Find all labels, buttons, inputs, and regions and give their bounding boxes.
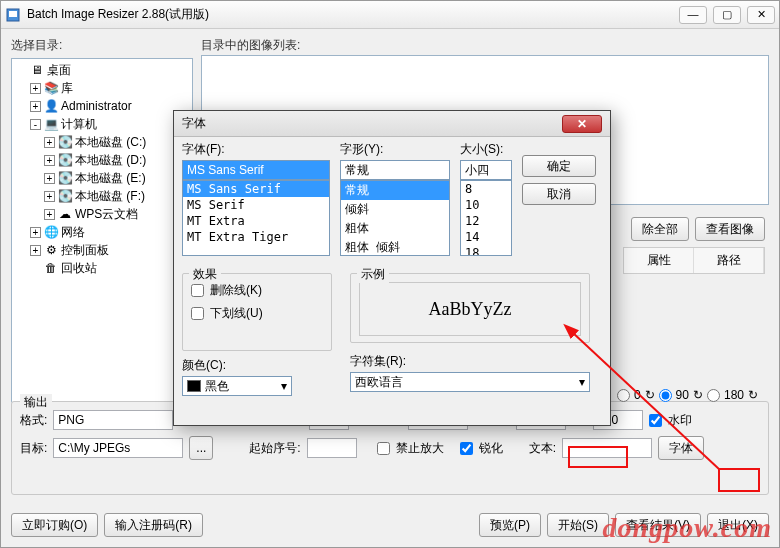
tree-item[interactable]: +💽本地磁盘 (E:) — [14, 169, 190, 187]
list-item[interactable]: MT Extra — [183, 213, 329, 229]
font-name-input[interactable]: MS Sans Serif — [182, 160, 330, 180]
tree-toggle[interactable]: + — [30, 227, 41, 238]
forbid-enlarge-checkbox[interactable] — [377, 442, 390, 455]
color-label: 颜色(C): — [182, 357, 332, 374]
list-item[interactable]: 常规 — [341, 181, 449, 200]
register-button[interactable]: 输入注册码(R) — [104, 513, 203, 537]
tree-label: Administrator — [61, 99, 132, 113]
format-select[interactable] — [53, 410, 173, 430]
tree-label: 本地磁盘 (F:) — [75, 188, 145, 205]
font-name-list[interactable]: MS Sans SerifMS SerifMT ExtraMT Extra Ti… — [182, 180, 330, 256]
rotate-180-radio[interactable] — [707, 389, 720, 402]
font-size-list[interactable]: 81012141824 — [460, 180, 512, 256]
folder-icon: 💽 — [57, 135, 73, 149]
tree-item[interactable]: +💽本地磁盘 (D:) — [14, 151, 190, 169]
tree-label: 本地磁盘 (E:) — [75, 170, 146, 187]
ok-button[interactable]: 确定 — [522, 155, 596, 177]
sharpen-checkbox[interactable] — [460, 442, 473, 455]
color-select[interactable]: 黑色 ▾ — [182, 376, 292, 396]
minimize-button[interactable]: — — [679, 6, 707, 24]
preview-button[interactable]: 预览(P) — [479, 513, 541, 537]
target-input[interactable] — [53, 438, 183, 458]
tree-toggle[interactable]: + — [44, 137, 55, 148]
charset-select[interactable]: 西欧语言 ▾ — [350, 372, 590, 392]
tree-label: 计算机 — [61, 116, 97, 133]
effects-label: 效果 — [189, 266, 221, 283]
list-item[interactable]: 8 — [461, 181, 511, 197]
underline-checkbox[interactable] — [191, 307, 204, 320]
view-result-button[interactable]: 查看结果(V) — [615, 513, 701, 537]
tree-toggle[interactable]: + — [44, 155, 55, 166]
list-item[interactable]: MS Sans Serif — [183, 181, 329, 197]
start-seq-input[interactable] — [307, 438, 357, 458]
tree-toggle[interactable]: + — [44, 191, 55, 202]
list-item[interactable]: MT Extra Tiger — [183, 229, 329, 245]
view-image-button[interactable]: 查看图像 — [695, 217, 765, 241]
list-item[interactable]: 14 — [461, 229, 511, 245]
sample-box: AaBbYyZz — [359, 282, 581, 336]
tree-item[interactable]: +🌐网络 — [14, 223, 190, 241]
tree-toggle[interactable]: + — [30, 83, 41, 94]
output-legend: 输出 — [20, 394, 52, 411]
tree-item[interactable]: +💽本地磁盘 (C:) — [14, 133, 190, 151]
list-item[interactable]: 粗体 — [341, 219, 449, 238]
forbid-enlarge-label: 禁止放大 — [396, 440, 444, 457]
font-dialog-close-button[interactable]: ✕ — [562, 115, 602, 133]
directory-tree[interactable]: 🖥桌面+📚库+👤Administrator-💻计算机+💽本地磁盘 (C:)+💽本… — [11, 58, 193, 408]
color-swatch — [187, 380, 201, 392]
tree-toggle[interactable]: + — [44, 209, 55, 220]
font-dialog-titlebar[interactable]: 字体 ✕ — [174, 111, 610, 137]
folder-icon: 👤 — [43, 99, 59, 113]
font-button[interactable]: 字体 — [658, 436, 704, 460]
list-item[interactable]: 18 — [461, 245, 511, 256]
close-button[interactable]: ✕ — [747, 6, 775, 24]
rotate-icon: ↻ — [748, 388, 758, 402]
tree-item[interactable]: -💻计算机 — [14, 115, 190, 133]
tree-toggle[interactable]: + — [30, 245, 41, 256]
clear-all-button[interactable]: 除全部 — [631, 217, 689, 241]
list-item[interactable]: 粗体 倾斜 — [341, 238, 449, 256]
folder-icon: 💽 — [57, 171, 73, 185]
tree-item[interactable]: +☁WPS云文档 — [14, 205, 190, 223]
watermark-checkbox[interactable] — [649, 414, 662, 427]
titlebar: Batch Image Resizer 2.88(试用版) — ▢ ✕ — [1, 1, 779, 29]
folder-icon: 🖥 — [29, 63, 45, 77]
target-label: 目标: — [20, 440, 47, 457]
tree-item[interactable]: 🖥桌面 — [14, 61, 190, 79]
sharpen-label: 锐化 — [479, 440, 503, 457]
tree-item[interactable]: +👤Administrator — [14, 97, 190, 115]
strikethrough-checkbox[interactable] — [191, 284, 204, 297]
tree-label: WPS云文档 — [75, 206, 138, 223]
list-item[interactable]: 倾斜 — [341, 200, 449, 219]
tree-item[interactable]: +💽本地磁盘 (F:) — [14, 187, 190, 205]
font-style-list[interactable]: 常规倾斜粗体粗体 倾斜 — [340, 180, 450, 256]
th-path: 路径 — [694, 248, 764, 273]
tree-item[interactable]: +⚙控制面板 — [14, 241, 190, 259]
tree-item[interactable]: +📚库 — [14, 79, 190, 97]
table-header: 属性 路径 — [623, 247, 765, 274]
maximize-button[interactable]: ▢ — [713, 6, 741, 24]
rotate-90-radio[interactable] — [659, 389, 672, 402]
tree-toggle[interactable]: + — [30, 101, 41, 112]
browse-button[interactable]: ... — [189, 436, 213, 460]
exit-button[interactable]: 退出(X) — [707, 513, 769, 537]
charset-value: 西欧语言 — [355, 374, 403, 391]
start-button[interactable]: 开始(S) — [547, 513, 609, 537]
tree-toggle[interactable]: + — [44, 173, 55, 184]
list-item[interactable]: MS Serif — [183, 197, 329, 213]
cancel-button[interactable]: 取消 — [522, 183, 596, 205]
color-value: 黑色 — [205, 378, 229, 395]
list-item[interactable]: 10 — [461, 197, 511, 213]
buy-button[interactable]: 立即订购(O) — [11, 513, 98, 537]
list-item[interactable]: 12 — [461, 213, 511, 229]
text-input[interactable] — [562, 438, 652, 458]
font-style-input[interactable]: 常规 — [340, 160, 450, 180]
font-size-input[interactable]: 小四 — [460, 160, 512, 180]
sample-label: 示例 — [357, 266, 389, 283]
rotate-0-radio[interactable] — [617, 389, 630, 402]
tree-item[interactable]: 🗑回收站 — [14, 259, 190, 277]
tree-toggle[interactable]: - — [30, 119, 41, 130]
strikethrough-label: 删除线(K) — [210, 282, 262, 299]
underline-label: 下划线(U) — [210, 305, 263, 322]
rotate-icon: ↻ — [693, 388, 703, 402]
